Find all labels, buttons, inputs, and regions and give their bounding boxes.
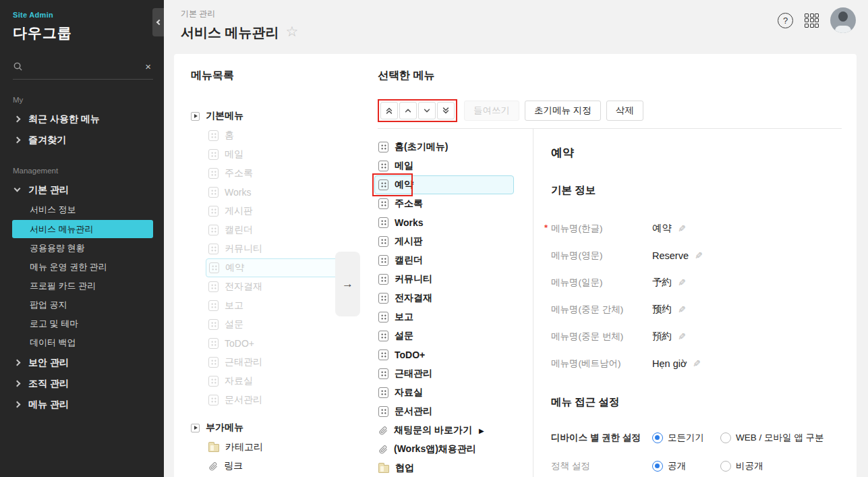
selected-menu-item[interactable]: 메일 [374,157,514,175]
edit-icon[interactable] [678,331,686,342]
sidebar-item[interactable]: 보안 관리 [0,352,164,373]
sidebar-item[interactable]: 공용용량 현황 [0,239,164,258]
edit-icon[interactable] [693,358,701,369]
sidebar-item-label: My [13,96,23,104]
selected-menu-item[interactable]: 자료실 [374,383,514,402]
delete-button[interactable]: 삭제 [606,101,643,121]
selected-menu-item[interactable]: 홈(초기메뉴) [374,138,514,157]
sidebar-search-input[interactable] [27,61,141,72]
radio-public[interactable] [652,461,663,472]
sidebar-item-label: 서비스 정보 [30,204,76,216]
sidebar-item[interactable]: 로고 및 테마 [0,314,164,333]
menu-item-label: 메일 [395,160,413,172]
sidebar-item[interactable]: 서비스 메뉴관리 [12,220,153,238]
sidebar-item[interactable]: 메뉴 운영 권한 관리 [0,258,164,277]
selected-menu-item[interactable]: 주소록 [374,194,514,213]
menu-tree-item[interactable]: 게시판 [191,202,334,221]
sidebar-item[interactable]: 즐겨찾기 [0,130,164,150]
edit-icon[interactable] [678,223,686,234]
menu-tree-item[interactable]: 커뮤니티 [191,240,334,258]
sidebar-item[interactable]: 서비스 정보 [0,200,164,219]
menu-tree-item[interactable]: 문서관리 [191,391,334,410]
menu-item-label: 설문 [225,318,243,331]
radio-all-devices[interactable] [652,432,663,443]
selected-menu-item[interactable]: 문서관리 [374,402,514,421]
menu-grid-icon [378,161,388,171]
selected-menu-item[interactable]: ToDO+ [374,345,514,364]
selected-menu-item[interactable]: 근태관리 [374,364,514,383]
menu-item-label: ToDO+ [395,349,425,360]
move-bottom-button[interactable] [437,102,455,119]
indent-button[interactable]: 들여쓰기 [464,101,519,121]
favorite-star-icon[interactable]: ☆ [286,24,299,40]
menu-grid-icon [208,395,219,405]
menu-grid-icon [208,206,219,217]
menu-tree-item[interactable]: 부가메뉴 [191,418,334,438]
menu-tree-item[interactable]: 홈 [191,126,334,145]
menu-list-title: 메뉴목록 [191,69,334,83]
selected-menu-list: 홈(초기메뉴) 메일 [378,129,533,477]
help-icon[interactable] [778,13,793,28]
edit-icon[interactable] [678,277,686,288]
edit-icon[interactable] [678,304,686,315]
selected-menu-item[interactable]: 협업 [374,459,514,477]
selected-menu-item[interactable]: 캘린더 [374,251,514,270]
app-launcher-icon[interactable] [805,13,819,28]
menu-tree-item[interactable]: 기본메뉴 [191,106,334,126]
sidebar: Site Admin 다우그룹 × My 최근 사용한 메뉴 즐겨찾기 [0,0,164,477]
selected-menu-item[interactable]: 채팅문의 바로가기 ▶ [374,421,514,440]
selected-menu-item[interactable]: 예약 [374,175,514,194]
menu-tree-item[interactable]: 전자결재 [191,277,334,296]
sidebar-item[interactable]: 메뉴 관리 [0,394,164,415]
set-initial-menu-button[interactable]: 초기메뉴 지정 [525,101,601,121]
menu-tree-item[interactable]: 메일 [191,145,334,164]
sidebar-item[interactable]: 기본 관리 [0,179,164,200]
menu-grid-icon [378,349,388,360]
sidebar-item[interactable]: 데이터 백업 [0,333,164,352]
selected-menu-item[interactable]: (Works앱)채용관리 [374,440,514,459]
basic-info-heading: 기본 정보 [551,184,842,198]
move-up-button[interactable] [399,102,417,119]
menu-tree-item[interactable]: 보고 [191,296,334,315]
menu-tree-item[interactable]: Works [191,183,334,202]
move-down-button[interactable] [418,102,436,119]
menu-tree-item[interactable]: 예약 [206,258,343,277]
radio-web-mobile-split[interactable] [720,432,731,443]
search-clear-icon[interactable]: × [145,61,153,72]
menu-item-label: 문서관리 [395,405,432,418]
menu-tree-item[interactable]: 자료실 [191,372,334,391]
sidebar-item-label: 데이터 백업 [30,337,76,349]
sidebar-item[interactable]: 팝업 공지 [0,296,164,314]
selected-menu-item[interactable]: 설문 [374,327,514,345]
selected-menu-item[interactable]: 보고 [374,308,514,327]
sidebar-item[interactable]: 프로필 카드 관리 [0,277,164,296]
edit-icon[interactable] [695,250,703,261]
selected-menu-item[interactable]: 게시판 [374,232,514,251]
menu-tree-item[interactable]: 주소록 [191,164,334,183]
selected-menu-item[interactable]: 전자결재 [374,289,514,308]
menu-tree-item[interactable]: ToDO+ [191,334,334,353]
sidebar-item[interactable]: 최근 사용한 메뉴 [0,109,164,130]
tree-expand-icon[interactable] [191,424,200,432]
menu-tree-item[interactable]: 카테고리 [191,438,334,457]
device-permission-row: 디바이스 별 권한 설정 모든기기 WEB / 모바일 앱 구분 [551,430,842,446]
selected-menu-item[interactable]: Works [374,213,514,232]
move-to-selected-button[interactable]: → [335,252,360,316]
radio-private[interactable] [720,461,731,472]
link-clip-icon [378,425,388,436]
menu-list-panel: 메뉴목록 기본메뉴 [191,69,334,477]
avatar[interactable] [830,7,856,33]
field-value: Hẹn giờ [652,358,687,369]
menu-tree-item[interactable]: 설문 [191,315,334,334]
menu-tree-item[interactable]: 링크 [191,457,334,476]
selected-menu-item[interactable]: 커뮤니티 [374,270,514,289]
menu-access-heading: 메뉴 접근 설정 [551,395,842,410]
move-top-button[interactable] [380,102,398,119]
sidebar-collapse-button[interactable] [152,8,164,36]
sidebar-item[interactable]: 조직 관리 [0,373,164,394]
tree-expand-icon[interactable] [191,112,200,121]
option-private: 비공개 [720,460,763,472]
menu-tree-item[interactable]: 캘린더 [191,221,334,240]
chevron-up-icon [404,107,412,115]
menu-tree-item[interactable]: 근태관리 [191,353,334,372]
